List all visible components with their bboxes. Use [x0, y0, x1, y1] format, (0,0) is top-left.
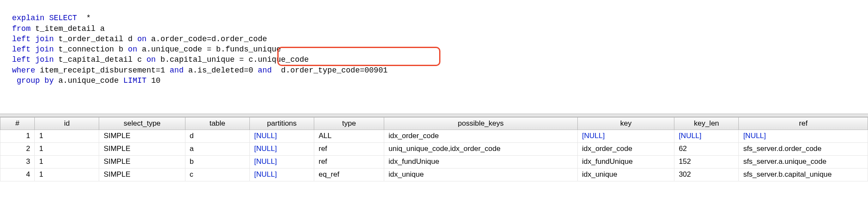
sql-join1-cond: a.order_code=d.order_code	[151, 35, 267, 43]
sql-kw-explain: explain	[12, 14, 45, 22]
col-header-table[interactable]: table	[185, 117, 249, 130]
table-cell[interactable]: sfs_server.d.order_code	[739, 142, 868, 155]
table-cell[interactable]: [NULL]	[739, 130, 868, 142]
table-cell[interactable]: SIMPLE	[99, 142, 185, 155]
table-cell[interactable]: idx_order_code	[384, 130, 578, 142]
table-cell[interactable]: SIMPLE	[99, 155, 185, 168]
sql-kw-and2: and	[258, 66, 272, 75]
col-header-id[interactable]: id	[35, 117, 99, 130]
sql-kw-on1: on	[137, 35, 147, 43]
table-cell[interactable]: d	[185, 130, 249, 142]
sql-where-p2: a.is_deleted=0	[188, 66, 253, 75]
table-cell[interactable]: 302	[674, 168, 739, 181]
table-cell[interactable]: sfs_server.a.unique_code	[739, 155, 868, 168]
table-cell[interactable]: 62	[674, 142, 739, 155]
sql-join2-table: t_connection b	[58, 45, 123, 54]
table-cell[interactable]: [NULL]	[674, 130, 739, 142]
table-cell[interactable]: c	[185, 168, 249, 181]
table-cell[interactable]: 2	[0, 142, 35, 155]
sql-limit-n: 10	[151, 76, 161, 85]
table-cell[interactable]: 1	[35, 130, 99, 142]
table-cell[interactable]: 1	[35, 168, 99, 181]
sql-kw-groupby: group by	[17, 76, 54, 85]
col-header-ref[interactable]: ref	[739, 117, 868, 130]
table-row[interactable]: 21SIMPLEa[NULL]refuniq_unique_code,idx_o…	[0, 142, 868, 155]
col-header-type[interactable]: type	[314, 117, 384, 130]
sql-kw-on3: on	[146, 55, 156, 64]
table-cell[interactable]: SIMPLE	[99, 130, 185, 142]
table-cell[interactable]: [NULL]	[249, 142, 314, 155]
sql-from-table: t_item_detail a	[35, 24, 105, 33]
sql-kw-leftjoin3: left join	[12, 55, 54, 64]
sql-kw-select: SELECT	[49, 14, 77, 22]
table-cell[interactable]: 3	[0, 155, 35, 168]
col-header-possible-keys[interactable]: possible_keys	[384, 117, 578, 130]
sql-kw-leftjoin2: left join	[12, 45, 54, 54]
sql-groupby-col: a.unique_code	[58, 76, 118, 85]
sql-join2-cond: a.unique_code = b.funds_unique	[142, 45, 281, 54]
table-cell[interactable]: eq_ref	[314, 168, 384, 181]
sql-where-p1: item_receipt_disbursement=1	[40, 66, 165, 75]
table-row[interactable]: 11SIMPLEd[NULL]ALLidx_order_code[NULL][N…	[0, 130, 868, 142]
table-cell[interactable]: idx_unique	[577, 168, 674, 181]
table-cell[interactable]: sfs_server.b.capital_unique	[739, 168, 868, 181]
table-cell[interactable]: idx_unique	[384, 168, 578, 181]
sql-kw-on2: on	[128, 45, 137, 54]
table-cell[interactable]: ref	[314, 155, 384, 168]
table-cell[interactable]: [NULL]	[249, 155, 314, 168]
table-cell[interactable]: idx_order_code	[577, 142, 674, 155]
sql-kw-where: where	[12, 66, 35, 75]
sql-editor[interactable]: explain SELECT * from t_item_detail a le…	[0, 0, 868, 114]
table-cell[interactable]: 1	[0, 130, 35, 142]
table-cell[interactable]: 1	[35, 155, 99, 168]
sql-join1-table: t_order_detail d	[58, 35, 133, 43]
sql-kw-from: from	[12, 24, 30, 33]
col-header-num[interactable]: #	[0, 117, 35, 130]
table-cell[interactable]: a	[185, 142, 249, 155]
sql-kw-and1: and	[170, 66, 183, 75]
col-header-partitions[interactable]: partitions	[249, 117, 314, 130]
sql-where-p3: d.order_type_code=00901	[281, 66, 388, 75]
col-header-select-type[interactable]: select_type	[99, 117, 185, 130]
table-cell[interactable]: ref	[314, 142, 384, 155]
table-cell[interactable]: ALL	[314, 130, 384, 142]
table-cell[interactable]: b	[185, 155, 249, 168]
table-cell[interactable]: SIMPLE	[99, 168, 185, 181]
explain-result-table: # id select_type table partitions type p…	[0, 117, 868, 181]
table-cell[interactable]: 152	[674, 155, 739, 168]
table-cell[interactable]: [NULL]	[249, 130, 314, 142]
sql-join3-table: t_capital_detail c	[58, 55, 142, 64]
table-header-row: # id select_type table partitions type p…	[0, 117, 868, 130]
annotation-highlight-where	[277, 47, 440, 66]
col-header-key[interactable]: key	[577, 117, 674, 130]
table-cell[interactable]: uniq_unique_code,idx_order_code	[384, 142, 578, 155]
table-cell[interactable]: 1	[35, 142, 99, 155]
table-cell[interactable]: [NULL]	[577, 130, 674, 142]
table-cell[interactable]: [NULL]	[249, 168, 314, 181]
table-cell[interactable]: idx_fundUnique	[577, 155, 674, 168]
table-row[interactable]: 31SIMPLEb[NULL]refidx_fundUniqueidx_fund…	[0, 155, 868, 168]
pane-divider[interactable]	[0, 114, 868, 117]
table-row[interactable]: 41SIMPLEc[NULL]eq_refidx_uniqueidx_uniqu…	[0, 168, 868, 181]
sql-star: *	[86, 14, 91, 22]
table-cell[interactable]: idx_fundUnique	[384, 155, 578, 168]
table-cell[interactable]: 4	[0, 168, 35, 181]
sql-kw-limit: LIMIT	[123, 76, 146, 85]
sql-kw-leftjoin1: left join	[12, 35, 54, 43]
col-header-key-len[interactable]: key_len	[674, 117, 739, 130]
